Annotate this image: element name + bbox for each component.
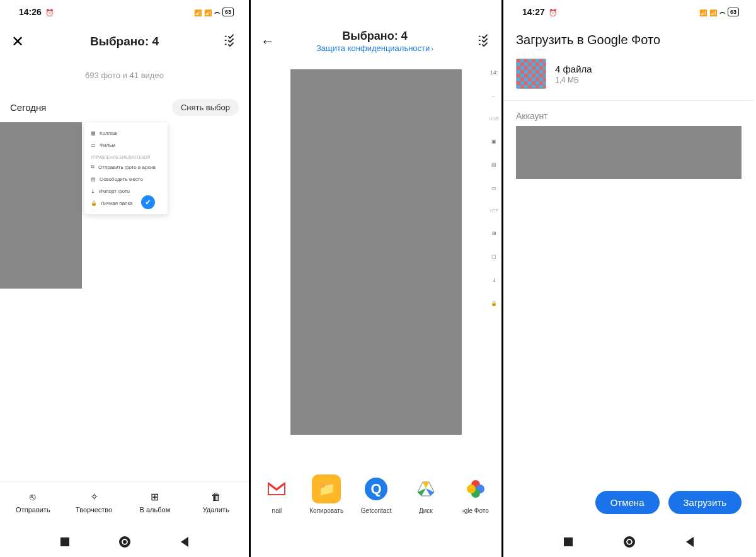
back-button[interactable] [686,537,694,547]
wifi-icon: ⌢ [214,7,220,18]
android-nav-bar [503,527,754,557]
menu-item-locked[interactable]: 🔒Личная папка [84,197,168,209]
date-section-label: Сегодня [10,102,47,113]
alarm-icon [45,7,54,17]
rail-item-icon[interactable]: ▤ [491,162,496,168]
svg-marker-1 [423,482,429,488]
android-nav-bar [0,527,249,557]
status-indicators: ⌢ 63 [194,7,234,18]
status-time: 14:26 [19,7,42,17]
menu-item-archive[interactable]: ⧉Отправить фото в архив [84,161,168,173]
photo-thumbnail[interactable] [0,122,82,289]
share-target-gmail[interactable]: nail [254,474,299,514]
send-button[interactable]: ⎋ Отправить [5,491,60,514]
menu-item-import[interactable]: ⤓Импорт фото [84,185,168,197]
menu-item-collage[interactable]: ▦Коллаж [84,127,168,139]
home-button[interactable] [119,536,130,548]
privacy-link[interactable]: Защита конфиденциальности› [316,43,433,54]
rail-item-icon[interactable]: ▢ [491,254,496,260]
thumbnail-area: ▦Коллаж ▭Фильм Управление библиотекой ⧉О… [0,122,249,292]
share-target-getcontact[interactable]: Q Getcontact [353,474,399,514]
rail-item-icon[interactable]: ▭ [491,185,496,191]
chevron-right-icon: › [431,45,433,52]
menu-item-film[interactable]: ▭Фильм [84,139,168,151]
share-target-google-photos[interactable]: ›gle Фото [453,474,498,514]
select-all-icon[interactable] [217,34,238,50]
wifi-icon: ⌢ [719,7,725,18]
status-indicators: ⌢ 63 [699,7,739,18]
files-summary-row: 4 файла 1,4 МБ [503,59,754,100]
battery-indicator: 63 [222,8,234,16]
header-title: Выбрано: 4 [342,29,407,43]
sparkle-icon: ✧ [88,491,100,503]
menu-item-freeup[interactable]: ▤Освободить место [84,173,168,185]
overflow-popup-menu: ▦Коллаж ▭Фильм Управление библиотекой ⧉О… [84,122,168,214]
deselect-button[interactable]: Снять выбор [172,99,239,116]
screen-upload-dialog: 14:27 ⌢ 63 Загрузить в Google Фото 4 фай… [503,0,754,557]
signal-icon [194,7,202,17]
screen-share-sheet: ← Выбрано: 4 Защита конфиденциальности› … [251,0,503,557]
google-photos-icon [461,474,490,503]
share-targets-row: nail 📁 Копировать Q Getcontact Диск ›gle… [251,464,501,524]
back-button[interactable] [181,537,188,547]
drive-icon [411,474,440,503]
divider [503,100,754,101]
home-button[interactable] [624,536,635,548]
bottom-action-bar: ⎋ Отправить ✧ Творчество ⊞ В альбом 🗑 Уд… [0,481,249,522]
to-album-button[interactable]: ⊞ В альбом [127,491,183,514]
files-count: 4 файла [555,64,592,74]
rail-item-icon[interactable]: 🔒 [491,301,497,306]
trash-icon: 🗑 [210,491,222,503]
folder-icon: 📁 [312,474,341,503]
upload-button[interactable]: Загрузить [668,491,742,514]
back-arrow-icon[interactable]: ← [261,33,278,50]
battery-indicator: 63 [728,8,739,16]
select-all-icon[interactable] [471,34,491,50]
getcontact-icon: Q [362,474,391,503]
send-icon: ⎋ [26,491,39,503]
status-time: 14:27 [522,7,545,17]
share-target-copy[interactable]: 📁 Копировать [304,474,349,514]
rail-item-icon[interactable]: ⤓ [492,277,496,283]
signal-icon [709,7,717,17]
status-bar: 14:27 ⌢ 63 [503,0,754,24]
files-thumbnail [516,59,546,89]
dialog-buttons-row: Отмена Загрузить [503,491,754,522]
delete-button[interactable]: 🗑 Удалить [188,491,244,514]
screen-gallery-selection: 14:26 ⌢ 63 ✕ Выбрано: 4 693 фото и 41 ви… [0,0,251,557]
cancel-button[interactable]: Отмена [595,491,660,514]
status-bar: 14:26 ⌢ 63 [0,0,249,24]
preview-image[interactable] [290,69,462,435]
create-button[interactable]: ✧ Творчество [66,491,122,514]
svg-point-7 [467,485,476,493]
header-title: Выбрано: 4 [32,35,217,49]
recent-apps-button[interactable] [564,537,573,546]
gmail-icon [262,474,291,503]
signal-icon [204,7,212,17]
files-size: 1,4 МБ [555,76,592,84]
rail-item-icon[interactable]: ⊞ [492,231,496,236]
share-target-drive[interactable]: Диск [403,474,449,514]
menu-section-label: Управление библиотекой [84,151,168,161]
items-count-subtitle: 693 фото и 41 видео [0,71,249,80]
close-icon[interactable]: ✕ [11,33,32,50]
alarm-icon [549,7,558,17]
add-album-icon: ⊞ [149,491,161,503]
drawer-back-icon[interactable]: ← [491,93,496,99]
side-drawer-rail: 14: ← НОВ ▣ ▤ ▭ УПР ⊞ ▢ ⤓ 🔒 [486,67,501,306]
dialog-title: Загрузить в Google Фото [503,24,754,59]
account-label: Аккаунт [503,111,754,121]
recent-apps-button[interactable] [60,537,69,546]
account-selector[interactable] [516,126,742,179]
selection-checkmark-icon: ✓ [141,195,155,209]
rail-item-icon[interactable]: ▣ [491,139,496,144]
signal-icon [699,7,707,17]
